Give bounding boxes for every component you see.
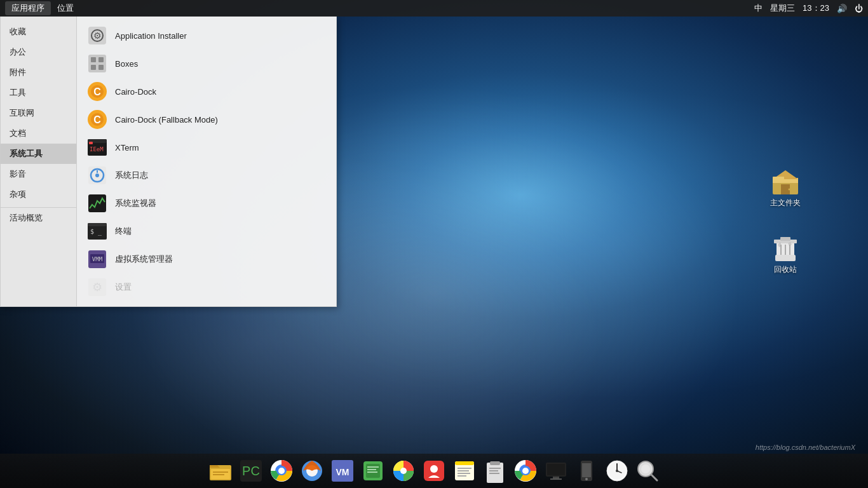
- svg-point-82: [522, 468, 529, 474]
- svg-rect-17: [89, 142, 93, 144]
- app-item-xterm[interactable]: IEeM XTerm: [77, 133, 336, 161]
- svg-rect-76: [490, 461, 500, 465]
- category-favorites[interactable]: 收藏: [1, 22, 76, 42]
- svg-rect-39: [780, 237, 790, 241]
- dock-files[interactable]: [207, 457, 234, 485]
- app-item-boxes[interactable]: Boxes: [77, 50, 336, 78]
- svg-rect-72: [458, 470, 469, 471]
- day-label: 星期三: [770, 3, 795, 14]
- svg-rect-86: [550, 478, 562, 480]
- svg-point-89: [585, 478, 588, 480]
- svg-text:C: C: [93, 86, 101, 97]
- dock-vmware[interactable]: VM: [329, 457, 356, 485]
- dock-clock[interactable]: [603, 457, 631, 485]
- svg-point-35: [789, 189, 790, 191]
- svg-rect-49: [213, 471, 228, 473]
- app-icon-virt-manager: VMM: [87, 249, 107, 269]
- svg-rect-64: [367, 471, 377, 473]
- svg-point-68: [430, 465, 438, 473]
- app-item-syslog[interactable]: 系统日志: [77, 161, 336, 189]
- category-audio-video[interactable]: 影音: [1, 164, 76, 184]
- category-office[interactable]: 办公: [1, 42, 76, 62]
- app-item-settings[interactable]: ⚙ 设置: [77, 273, 336, 301]
- desktop-icon-trash[interactable]: 回收站: [760, 232, 811, 275]
- dock-chrome[interactable]: [268, 457, 295, 485]
- svg-rect-5: [98, 57, 104, 62]
- app-icon-cairo-dock: C: [87, 81, 107, 102]
- svg-point-55: [278, 468, 285, 474]
- input-method-indicator: 中: [754, 3, 763, 14]
- dock-red-app[interactable]: [420, 457, 448, 485]
- svg-rect-61: [366, 464, 380, 478]
- dock-clipboard[interactable]: [481, 457, 509, 485]
- trash-icon: [770, 232, 801, 262]
- app-label-syslog: 系统日志: [115, 170, 148, 181]
- app-label-virt-manager: 虚拟系统管理器: [115, 254, 173, 265]
- app-item-sysmonitor[interactable]: 系统监视器: [77, 189, 336, 217]
- category-tools[interactable]: 工具: [1, 83, 76, 103]
- app-item-installer[interactable]: ⚙ Application Installer: [77, 22, 336, 50]
- dock-screen[interactable]: [542, 457, 570, 485]
- dock-pycharm[interactable]: PC: [237, 457, 265, 485]
- svg-rect-88: [582, 463, 591, 477]
- desktop-icon-home[interactable]: 主文件夹: [760, 165, 811, 208]
- url-bar: https://blog.csdn.net/bacteriumX: [756, 444, 855, 451]
- app-icon-terminal: $ _: [87, 221, 107, 241]
- places-button[interactable]: 位置: [51, 1, 80, 15]
- svg-text:C: C: [93, 114, 101, 125]
- app-icon-installer: ⚙: [87, 25, 107, 46]
- power-icon[interactable]: ⏻: [855, 4, 863, 13]
- svg-text:PC: PC: [242, 464, 260, 478]
- taskbar: PC VM: [0, 454, 868, 488]
- dock-notes[interactable]: [451, 457, 478, 485]
- svg-rect-77: [489, 468, 501, 469]
- app-item-cairo-dock[interactable]: C Cairo-Dock: [77, 78, 336, 105]
- svg-rect-43: [775, 255, 796, 261]
- svg-rect-71: [458, 468, 471, 469]
- apps-panel: ⚙ Application Installer Boxes: [77, 17, 336, 306]
- svg-rect-24: [88, 223, 107, 226]
- app-item-cairo-dock-fallback[interactable]: C Cairo-Dock (Fallback Mode): [77, 105, 336, 133]
- svg-point-66: [400, 468, 407, 474]
- dock-search[interactable]: [634, 457, 661, 485]
- dock-green-app[interactable]: [359, 457, 387, 485]
- topbar-left: 应用程序 位置: [5, 1, 80, 15]
- category-system-tools[interactable]: 系统工具: [1, 144, 76, 164]
- svg-rect-6: [91, 65, 96, 70]
- category-internet[interactable]: 互联网: [1, 103, 76, 123]
- topbar: 应用程序 位置 中 星期三 13：23 🔊 ⏻: [0, 0, 868, 17]
- svg-text:⚙: ⚙: [93, 30, 102, 41]
- categories-panel: 收藏 办公 附件 工具 互联网 文档 系统工具 影音 杂项 活动概览: [1, 17, 77, 306]
- trash-label: 回收站: [774, 265, 797, 275]
- svg-rect-84: [547, 464, 565, 475]
- svg-text:VMM: VMM: [92, 256, 103, 262]
- app-label-cairo-dock: Cairo-Dock: [115, 87, 156, 97]
- app-icon-sysmonitor: [87, 193, 107, 214]
- svg-text:$ _: $ _: [90, 228, 102, 236]
- svg-rect-4: [91, 57, 96, 62]
- app-item-virt-manager[interactable]: VMM 虚拟系统管理器: [77, 245, 336, 273]
- app-label-terminal: 终端: [115, 226, 132, 237]
- category-accessories[interactable]: 附件: [1, 62, 76, 83]
- app-item-terminal[interactable]: $ _ 终端: [77, 217, 336, 245]
- svg-text:⚙: ⚙: [92, 281, 102, 294]
- dock-color-app[interactable]: [390, 457, 417, 485]
- dock-firefox[interactable]: [298, 457, 326, 485]
- svg-rect-63: [367, 469, 376, 470]
- app-menu-button[interactable]: 应用程序: [5, 1, 51, 15]
- app-label-settings: 设置: [115, 281, 132, 293]
- category-documents[interactable]: 文档: [1, 123, 76, 144]
- activities-overview-button[interactable]: 活动概览: [1, 207, 76, 228]
- app-label-boxes: Boxes: [115, 59, 138, 69]
- sound-icon[interactable]: 🔊: [837, 4, 847, 13]
- topbar-right: 中 星期三 13：23 🔊 ⏻: [754, 3, 863, 14]
- dock-mobile[interactable]: [573, 457, 600, 485]
- app-label-sysmonitor: 系统监视器: [115, 198, 156, 209]
- svg-point-20: [95, 173, 99, 177]
- svg-point-96: [641, 464, 650, 473]
- app-label-xterm: XTerm: [115, 143, 139, 152]
- dock-chrome2[interactable]: [512, 457, 539, 485]
- category-other[interactable]: 杂项: [1, 184, 76, 205]
- svg-point-94: [616, 470, 618, 472]
- svg-rect-79: [489, 473, 499, 474]
